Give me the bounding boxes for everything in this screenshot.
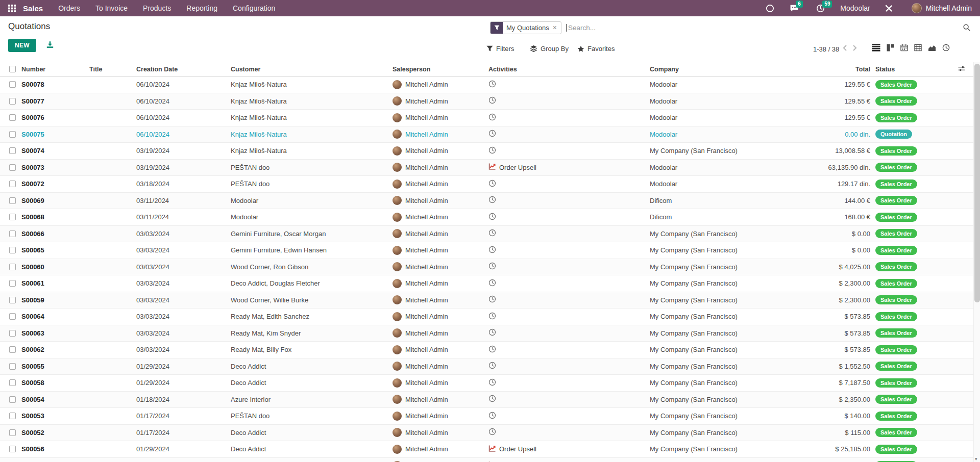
table-row[interactable]: S00075 06/10/2024 Knjaz Miloš-Natura Mit…: [0, 126, 980, 143]
table-row[interactable]: S00056 01/29/2024 Deco Addict Mitchell A…: [0, 441, 980, 458]
row-checkbox[interactable]: [9, 214, 16, 220]
cell-activities[interactable]: [488, 96, 650, 106]
row-checkbox[interactable]: [9, 264, 16, 270]
table-row[interactable]: S00055 01/29/2024 Deco Addict Mitchell A…: [0, 358, 980, 375]
cell-activities[interactable]: [488, 395, 650, 404]
row-checkbox[interactable]: [9, 164, 16, 171]
table-row[interactable]: S00053 01/17/2024 PEŠTAN doo Mitchell Ad…: [0, 408, 980, 425]
cell-activities[interactable]: [488, 295, 650, 304]
table-row[interactable]: Mitchell Admin Order Upsell Sales Order: [0, 458, 980, 462]
schedule-activity-clock-icon[interactable]: [488, 196, 496, 205]
table-row[interactable]: S00052 01/17/2024 Deco Addict Mitchell A…: [0, 425, 980, 442]
cell-activities[interactable]: [488, 328, 650, 338]
favorites-button[interactable]: Favorites: [577, 45, 615, 53]
header-total[interactable]: Total: [796, 66, 870, 73]
cell-activities[interactable]: [488, 428, 650, 437]
cell-activities[interactable]: Order Upsell: [488, 163, 650, 172]
row-checkbox[interactable]: [9, 446, 16, 452]
header-number[interactable]: Number: [21, 66, 89, 73]
activity-clock-icon[interactable]: 59: [816, 4, 825, 13]
scrollbar-down-arrow[interactable]: ▾: [975, 456, 977, 461]
table-row[interactable]: S00078 06/10/2024 Knjaz Miloš-Natura Mit…: [0, 76, 980, 93]
cell-activities[interactable]: [488, 229, 650, 238]
row-checkbox[interactable]: [9, 330, 16, 337]
export-icon[interactable]: [46, 41, 54, 51]
schedule-activity-clock-icon[interactable]: [488, 146, 496, 156]
vertical-scrollbar[interactable]: ▾: [973, 62, 980, 462]
header-creation-date[interactable]: Creation Date: [136, 66, 231, 73]
table-row[interactable]: S00058 01/29/2024 Deco Addict Mitchell A…: [0, 375, 980, 392]
cell-activities[interactable]: [488, 80, 650, 89]
cell-activities[interactable]: [488, 262, 650, 271]
row-checkbox[interactable]: [9, 313, 16, 320]
schedule-activity-clock-icon[interactable]: [488, 328, 496, 338]
facet-remove-icon[interactable]: ×: [553, 23, 561, 32]
table-row[interactable]: S00060 03/03/2024 Wood Corner, Ron Gibso…: [0, 259, 980, 276]
table-row[interactable]: S00059 03/03/2024 Wood Corner, Willie Bu…: [0, 292, 980, 309]
schedule-activity-clock-icon[interactable]: [488, 428, 496, 437]
cell-activities[interactable]: [488, 246, 650, 255]
app-name[interactable]: Sales: [23, 4, 43, 13]
schedule-activity-clock-icon[interactable]: [488, 179, 496, 189]
table-row[interactable]: S00068 03/11/2024 Modoolar Mitchell Admi…: [0, 209, 980, 226]
schedule-activity-clock-icon[interactable]: [488, 279, 496, 288]
row-checkbox[interactable]: [9, 131, 16, 138]
cell-activities[interactable]: [488, 113, 650, 122]
schedule-activity-clock-icon[interactable]: [488, 229, 496, 238]
filters-button[interactable]: Filters: [486, 45, 514, 53]
header-salesperson[interactable]: Salesperson: [393, 66, 488, 73]
schedule-activity-clock-icon[interactable]: [488, 412, 496, 421]
cell-activities[interactable]: [488, 179, 650, 189]
schedule-activity-clock-icon[interactable]: [488, 378, 496, 388]
table-row[interactable]: S00066 03/03/2024 Gemini Furniture, Osca…: [0, 226, 980, 243]
cell-activities[interactable]: [488, 130, 650, 139]
cell-activities[interactable]: [488, 345, 650, 354]
row-checkbox[interactable]: [9, 413, 16, 419]
table-row[interactable]: S00077 06/10/2024 Knjaz Miloš-Natura Mit…: [0, 93, 980, 110]
header-status[interactable]: Status: [875, 66, 932, 73]
messages-icon[interactable]: 6: [790, 4, 799, 12]
optional-columns-icon[interactable]: [958, 65, 966, 74]
cell-activities[interactable]: [488, 279, 650, 288]
row-checkbox[interactable]: [9, 429, 16, 436]
table-row[interactable]: S00061 03/03/2024 Deco Addict, Douglas F…: [0, 275, 980, 292]
table-row[interactable]: S00054 01/18/2024 Azure Interior Mitchel…: [0, 392, 980, 408]
row-checkbox[interactable]: [9, 230, 16, 237]
tools-icon[interactable]: [885, 4, 893, 13]
activity-view-icon[interactable]: [942, 44, 950, 52]
table-row[interactable]: S00072 03/18/2024 PEŠTAN doo Mitchell Ad…: [0, 176, 980, 193]
cell-activities[interactable]: [488, 362, 650, 371]
row-checkbox[interactable]: [9, 379, 16, 386]
header-activities[interactable]: Activities: [488, 66, 650, 73]
calendar-view-icon[interactable]: [900, 44, 908, 52]
table-row[interactable]: S00065 03/03/2024 Gemini Furniture, Edwi…: [0, 242, 980, 259]
cell-activities[interactable]: [488, 146, 650, 156]
select-all-checkbox[interactable]: [9, 66, 16, 72]
table-row[interactable]: S00063 03/03/2024 Ready Mat, Kim Snyder …: [0, 325, 980, 342]
schedule-activity-clock-icon[interactable]: [488, 295, 496, 304]
schedule-activity-clock-icon[interactable]: [488, 113, 496, 122]
row-checkbox[interactable]: [9, 197, 16, 204]
row-checkbox[interactable]: [9, 114, 16, 121]
schedule-activity-clock-icon[interactable]: [488, 246, 496, 255]
row-checkbox[interactable]: [9, 247, 16, 253]
menu-orders[interactable]: Orders: [58, 4, 80, 12]
pivot-view-icon[interactable]: [914, 44, 922, 52]
cell-activities[interactable]: Order Upsell: [488, 445, 650, 454]
table-row[interactable]: S00064 03/03/2024 Ready Mat, Edith Sanch…: [0, 309, 980, 325]
row-checkbox[interactable]: [9, 363, 16, 370]
row-checkbox[interactable]: [9, 396, 16, 403]
apps-grid-icon[interactable]: [8, 5, 16, 12]
schedule-activity-clock-icon[interactable]: [488, 96, 496, 106]
row-checkbox[interactable]: [9, 147, 16, 154]
user-menu[interactable]: Mitchell Admin: [908, 3, 972, 13]
company-switcher[interactable]: Modoolar: [840, 4, 870, 12]
schedule-activity-clock-icon[interactable]: [488, 312, 496, 321]
new-button[interactable]: NEW: [8, 39, 36, 52]
schedule-activity-clock-icon[interactable]: [488, 213, 496, 222]
table-row[interactable]: S00076 06/10/2024 Knjaz Miloš-Natura Mit…: [0, 110, 980, 126]
schedule-activity-clock-icon[interactable]: [488, 395, 496, 404]
search-bar[interactable]: My Quotations × Search...: [490, 20, 596, 35]
menu-to-invoice[interactable]: To Invoice: [95, 4, 128, 12]
search-facet[interactable]: My Quotations ×: [490, 21, 561, 34]
